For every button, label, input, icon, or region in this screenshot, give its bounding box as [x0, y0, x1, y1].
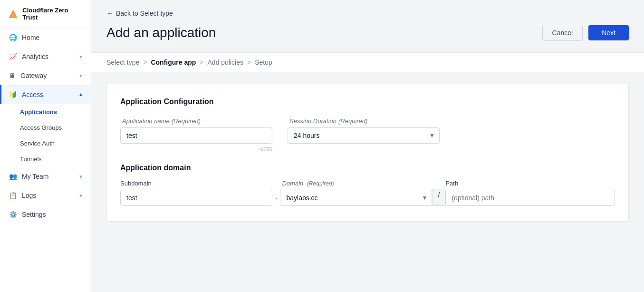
application-domain-section: Application domain Subdomain . Domain (R… [120, 164, 615, 206]
cloudflare-icon [8, 8, 19, 19]
my-team-icon: 👥 [9, 173, 17, 180]
breadcrumb-sep-1: > [143, 58, 147, 66]
breadcrumb-step-add-policies: Add policies [208, 58, 244, 66]
breadcrumb-sep-3: > [247, 58, 251, 66]
sidebar-item-analytics[interactable]: 📈 Analytics ▼ [0, 47, 91, 66]
sidebar-sub-item-service-auth[interactable]: Service Auth [0, 136, 91, 151]
sidebar-sub-item-tunnels[interactable]: Tunnels [0, 151, 91, 167]
subdomain-input[interactable] [120, 190, 272, 206]
session-duration-group: Session Duration(Required) 30 minutes 6 … [288, 117, 440, 152]
sidebar-item-logs-label: Logs [22, 192, 36, 199]
home-icon: 🌐 [9, 34, 17, 41]
sidebar-sub-item-access-groups[interactable]: Access Groups [0, 120, 91, 136]
session-duration-select-wrapper: 30 minutes 6 hours 12 hours 24 hours 1 w… [288, 127, 440, 144]
logs-icon: 📋 [9, 192, 17, 199]
main-content: ← Back to Select type Add an application… [91, 0, 644, 292]
breadcrumb-step-configure-app: Configure app [151, 58, 196, 66]
subdomain-group: Subdomain [120, 180, 272, 206]
back-link-label: Back to Select type [116, 10, 173, 17]
slash-separator: / [432, 189, 445, 206]
sidebar-item-my-team-label: My Team [22, 173, 49, 180]
sidebar-item-logs[interactable]: 📋 Logs ▼ [0, 186, 91, 205]
app-name-group: Application name(Required) 4/350 [120, 117, 272, 152]
session-duration-select[interactable]: 30 minutes 6 hours 12 hours 24 hours 1 w… [288, 127, 440, 144]
brand-logo: Cloudflare Zero Trust [0, 0, 91, 28]
sidebar-item-access[interactable]: 🔰 Access ▼ [0, 85, 91, 104]
app-name-label: Application name(Required) [120, 117, 272, 125]
form-row-top: Application name(Required) 4/350 Session… [120, 117, 615, 152]
path-group: Path [445, 180, 615, 206]
form-card: Application Configuration Application na… [106, 84, 629, 222]
sidebar-item-my-team[interactable]: 👥 My Team ▼ [0, 167, 91, 186]
breadcrumb-step-setup: Setup [255, 58, 272, 66]
domain-row: Subdomain . Domain (Required) baylabs.cc… [120, 180, 615, 206]
cancel-button[interactable]: Cancel [542, 25, 583, 41]
app-name-char-count: 4/350 [120, 146, 272, 152]
path-input[interactable] [445, 190, 615, 206]
analytics-chevron-icon: ▼ [78, 54, 83, 59]
analytics-icon: 📈 [9, 53, 17, 60]
domain-select[interactable]: baylabs.cc [280, 190, 432, 206]
sidebar-item-gateway[interactable]: 🖥 Gateway ▼ [0, 66, 91, 85]
sidebar-item-analytics-label: Analytics [22, 53, 48, 60]
breadcrumb-step-select-type: Select type [106, 58, 139, 66]
domain-select-wrapper: baylabs.cc ▼ [280, 190, 432, 206]
next-button[interactable]: Next [588, 25, 629, 40]
brand-name: Cloudflare Zero Trust [22, 7, 83, 21]
domain-label: Domain (Required) [280, 180, 432, 187]
sidebar-item-settings-label: Settings [22, 211, 46, 218]
path-label: Path [445, 180, 615, 187]
my-team-chevron-icon: ▼ [78, 174, 83, 179]
sidebar-sub-item-applications[interactable]: Applications [0, 104, 91, 120]
breadcrumb: Select type > Configure app > Add polici… [91, 52, 644, 72]
back-arrow-icon: ← [106, 10, 113, 17]
app-config-section-title: Application Configuration [120, 97, 615, 106]
sidebar-item-home-label: Home [22, 34, 39, 41]
breadcrumb-sep-2: > [200, 58, 203, 66]
sidebar-item-access-label: Access [22, 91, 43, 98]
header-actions: Cancel Next [542, 25, 629, 41]
settings-icon: ⚙️ [9, 211, 17, 218]
dot-separator: . [272, 193, 280, 206]
gateway-icon: 🖥 [9, 72, 16, 79]
sidebar-item-gateway-label: Gateway [20, 72, 47, 79]
sidebar-item-settings[interactable]: ⚙️ Settings [0, 205, 91, 224]
sidebar: Cloudflare Zero Trust 🌐 Home 📈 Analytics… [0, 0, 91, 292]
domain-section-title: Application domain [120, 164, 615, 172]
gateway-chevron-icon: ▼ [78, 73, 83, 78]
domain-group: Domain (Required) baylabs.cc ▼ [280, 180, 432, 206]
page-title: Add an application [106, 25, 216, 40]
logs-chevron-icon: ▼ [78, 193, 83, 198]
subdomain-label: Subdomain [120, 180, 272, 187]
sidebar-item-home[interactable]: 🌐 Home [0, 28, 91, 47]
app-name-input[interactable] [120, 127, 272, 144]
access-icon: 🔰 [9, 91, 17, 98]
page-header: Add an application Cancel Next [91, 25, 644, 52]
session-duration-label: Session Duration(Required) [288, 117, 440, 125]
back-link[interactable]: ← Back to Select type [91, 0, 644, 25]
access-chevron-icon: ▼ [78, 92, 83, 97]
